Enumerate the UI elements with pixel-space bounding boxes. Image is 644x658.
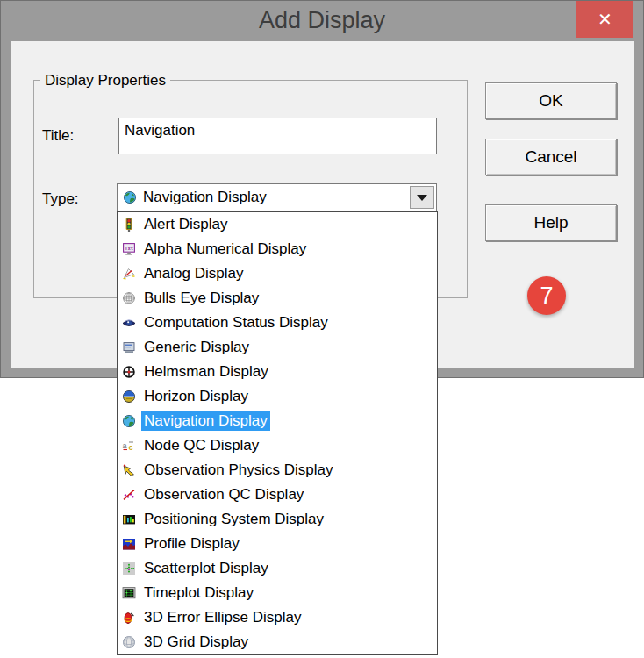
list-item-label: Computation Status Display: [141, 313, 331, 333]
list-item-label: Alpha Numerical Display: [141, 240, 309, 259]
traffic-light-icon: [122, 218, 136, 232]
title-input[interactable]: [118, 118, 437, 154]
list-item-label: Alert Display: [141, 215, 230, 234]
svg-text:a: a: [123, 441, 128, 450]
help-button[interactable]: Help: [485, 204, 617, 241]
list-item-label: 3D Error Ellipse Display: [141, 608, 304, 627]
computation-eye-icon: [122, 316, 136, 330]
node-qc-icon: ac: [122, 439, 136, 453]
list-item-label: Bulls Eye Display: [141, 289, 261, 308]
list-item[interactable]: Computation Status Display: [118, 311, 437, 335]
list-item-label: Node QC Display: [141, 436, 261, 455]
list-item[interactable]: Positioning System Display: [118, 507, 437, 532]
list-item-label: Timeplot Display: [141, 583, 256, 603]
globe-icon: [122, 414, 136, 428]
type-combobox-value: Navigation Display: [143, 189, 267, 206]
profile-area-icon: [122, 537, 136, 551]
cancel-button[interactable]: Cancel: [485, 139, 617, 175]
chevron-down-icon: [417, 195, 427, 201]
type-label: Type:: [42, 190, 79, 208]
analog-gauge-icon: [122, 267, 136, 281]
positioning-bars-icon: [122, 512, 136, 526]
list-item-label: 3D Grid Display: [141, 633, 251, 652]
dialog-title: Add Display: [1, 1, 643, 39]
list-item[interactable]: Navigation Display: [118, 409, 437, 433]
title-label: Title:: [42, 127, 74, 145]
list-item-label: Positioning System Display: [141, 510, 326, 529]
list-item[interactable]: 3D Grid Display: [118, 630, 437, 654]
list-item[interactable]: Horizon Display: [118, 384, 437, 409]
close-button[interactable]: ✕: [576, 1, 633, 38]
list-item[interactable]: Alert Display: [118, 212, 437, 237]
list-item-label: Scatterplot Display: [141, 559, 271, 578]
list-item[interactable]: Bulls Eye Display: [118, 286, 437, 311]
list-item-label: Profile Display: [141, 534, 242, 554]
list-item-label: Analog Display: [141, 264, 246, 283]
list-item[interactable]: Profile Display: [118, 532, 437, 556]
group-legend: Display Properties: [40, 72, 170, 89]
list-item-label: Generic Display: [141, 338, 252, 357]
scatterplot-icon: [122, 561, 136, 576]
list-item[interactable]: acNode QC Display: [118, 433, 437, 458]
list-item[interactable]: Analog Display: [118, 261, 437, 286]
list-item[interactable]: Helmsman Display: [118, 360, 437, 384]
list-item-label: Helmsman Display: [141, 362, 271, 382]
list-item[interactable]: Timeplot Display: [118, 581, 437, 605]
list-item-label: Horizon Display: [141, 387, 251, 406]
bullseye-icon: [122, 291, 136, 305]
close-icon: ✕: [597, 9, 612, 30]
list-item[interactable]: Observation QC Display: [118, 483, 437, 507]
generic-monitor-icon: [122, 340, 136, 354]
helm-wheel-icon: [122, 365, 136, 379]
list-item[interactable]: TxtAlpha Numerical Display: [118, 237, 437, 261]
type-combobox[interactable]: Navigation Display: [117, 183, 437, 211]
combobox-dropdown-button[interactable]: [410, 186, 434, 209]
list-item[interactable]: Generic Display: [118, 335, 437, 360]
titlebar: Add Display ✕: [1, 1, 643, 41]
annotation-step-badge: 7: [527, 276, 566, 315]
svg-text:c: c: [129, 443, 133, 452]
globe-icon: [123, 190, 137, 204]
type-dropdown-list[interactable]: Alert DisplayTxtAlpha Numerical DisplayA…: [117, 211, 438, 655]
ok-button[interactable]: OK: [485, 82, 617, 119]
error-ellipse-icon: [122, 611, 136, 625]
physics-hand-icon: [122, 463, 136, 477]
list-item[interactable]: Observation Physics Display: [118, 458, 437, 483]
list-item[interactable]: Scatterplot Display: [118, 556, 437, 581]
horizon-icon: [122, 390, 136, 404]
timeplot-grid-icon: [122, 586, 136, 600]
observation-qc-icon: [122, 488, 136, 502]
svg-text:Txt: Txt: [125, 246, 133, 251]
list-item-label: Navigation Display: [141, 411, 270, 431]
alpha-monitor-icon: Txt: [122, 242, 136, 256]
list-item[interactable]: 3D Error Ellipse Display: [118, 605, 437, 630]
list-item-label: Observation QC Display: [141, 485, 306, 504]
grid-sphere-icon: [122, 635, 136, 649]
list-item-label: Observation Physics Display: [141, 461, 335, 480]
